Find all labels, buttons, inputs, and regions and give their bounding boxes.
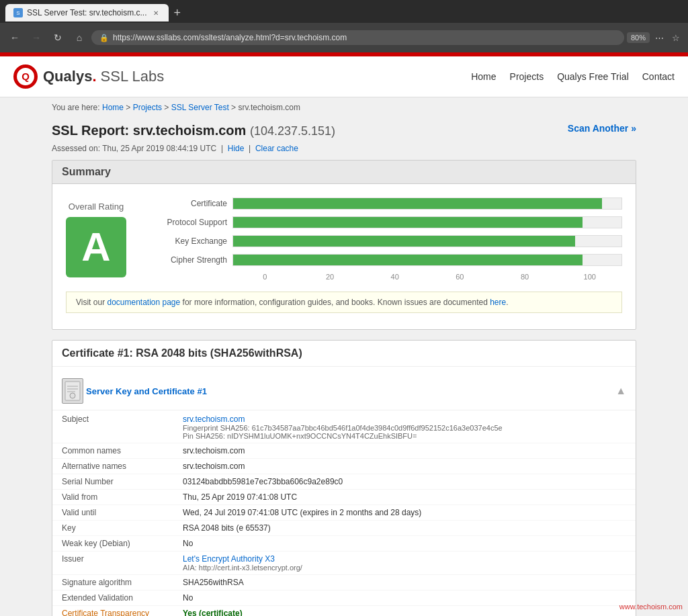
cert-table: Subject srv.techoism.com Fingerprint SHA… [52,412,636,616]
cert-label-sig-algo: Signature algorithm [52,575,173,590]
cert-row-valid-until: Valid until Wed, 24 Jul 2019 07:41:08 UT… [52,505,636,521]
overall-rating-label: Overall Rating [66,202,126,212]
nav-home[interactable]: Home [471,71,496,82]
navigation-bar: ← → ↻ ⌂ 🔒 https://www.ssllabs.com/ssltes… [0,23,688,52]
address-bar[interactable]: 🔒 https://www.ssllabs.com/ssltest/analyz… [91,30,624,45]
notice-text: Visit our [76,298,107,307]
logo-qualys: Qualys [43,68,92,85]
bookmark-button[interactable]: ☆ [669,30,683,46]
url-display: https://www.ssllabs.com/ssltest/analyze.… [113,33,616,42]
cert-header: Certificate #1: RSA 2048 bits (SHA256wit… [52,341,636,367]
scan-another-link[interactable]: Scan Another » [568,123,636,134]
cert-label-subject: Subject [52,412,173,443]
chart-bar-fill-key [233,236,575,247]
cert-row-key: Key RSA 2048 bits (e 65537) [52,521,636,536]
chart-bar-fill-cipher [233,255,583,265]
tab-close-button[interactable]: ✕ [151,8,161,17]
cert-label-valid-until: Valid until [52,505,173,521]
nav-contact[interactable]: Contact [642,71,675,82]
home-button[interactable]: ⌂ [70,28,89,47]
summary-body: Overall Rating A Certificate [52,184,636,329]
cert-icon [59,376,86,406]
axis-40: 40 [362,273,427,281]
summary-box: Summary Overall Rating A Certificate [52,160,636,330]
axis-0: 0 [232,273,298,281]
breadcrumb-ssl-server-test[interactable]: SSL Server Test [171,103,229,112]
axis-100: 100 [557,273,622,281]
cert-value-weak-key: No [173,536,636,552]
cert-body: Server Key and Certificate #1 ▲ Subject … [52,367,636,616]
cert-section-left: Server Key and Certificate #1 [59,376,207,406]
logo-text: Qualys. SSL Labs [43,68,164,85]
assessed-label: Assessed on: [52,144,100,153]
cert-label-cert-transparency: Certificate Transparency [52,606,173,617]
cert-value-valid-from: Thu, 25 Apr 2019 07:41:08 UTC [173,490,636,505]
chart-area: Certificate Protocol Support [153,197,622,281]
notice-doc-link[interactable]: documentation page [107,298,180,307]
back-button[interactable]: ← [5,28,24,47]
cert-value-valid-until: Wed, 24 Jul 2019 07:41:08 UTC (expires i… [173,505,636,521]
grade-box: A [66,217,126,277]
info-notice: Visit our documentation page for more in… [66,292,622,313]
zoom-level: 80% [627,32,650,43]
cert-row-weak-key: Weak key (Debian) No [52,536,636,552]
notice-here-link[interactable]: here [490,298,506,307]
cert-label-issuer: Issuer [52,552,173,575]
site-header: Q Qualys. SSL Labs Home Projects Qualys … [0,56,688,97]
cert-label-key: Key [52,521,173,536]
active-tab[interactable]: S SSL Server Test: srv.techoism.c... ✕ [5,4,169,21]
page-ip: (104.237.5.151) [250,124,335,138]
logo-area: Q Qualys. SSL Labs [13,64,164,89]
axis-80: 80 [492,273,558,281]
chart-axis: 0 20 40 60 80 100 [153,273,622,281]
breadcrumb-home[interactable]: Home [102,103,124,112]
cert-row-serial: Serial Number 03124babdbb5981e7ec73bba60… [52,474,636,490]
cert-icon-inner [62,378,83,404]
hide-link[interactable]: Hide [228,144,245,153]
menu-button[interactable]: ⋯ [652,30,666,46]
cert-label-serial: Serial Number [52,474,173,490]
chart-row-certificate: Certificate [153,197,622,210]
cert-row-common-names: Common names srv.techoism.com [52,443,636,459]
cert-section-header: Server Key and Certificate #1 ▲ [52,372,636,410]
forward-button[interactable]: → [27,28,46,47]
cert-label-common-names: Common names [52,443,173,459]
breadcrumb-current: srv.techoism.com [238,103,300,112]
tab-title: SSL Server Test: srv.techoism.c... [27,8,147,17]
cert-value-extended-validation: No [173,590,636,606]
grade-value: A [81,224,110,270]
summary-header: Summary [52,161,636,184]
chart-label-certificate: Certificate [153,199,227,208]
cert-row-issuer: Issuer Let's Encrypt Authority X3 AIA: h… [52,552,636,575]
breadcrumb-prefix: You are here: [52,103,100,112]
chart-row-cipher: Cipher Strength [153,254,622,266]
cert-value-issuer: Let's Encrypt Authority X3 AIA: http://c… [173,552,636,575]
notice-mid: for more information, configuration guid… [180,298,490,307]
chart-row-protocol: Protocol Support [153,216,622,228]
cert-value-subject: srv.techoism.com Fingerprint SHA256: 61c… [173,412,636,443]
refresh-button[interactable]: ↻ [48,28,67,47]
tab-favicon: S [13,8,23,17]
svg-text:Q: Q [22,71,30,82]
clear-cache-link[interactable]: Clear cache [255,144,298,153]
watermark: www.techoism.com [619,603,683,611]
cert-row-subject: Subject srv.techoism.com Fingerprint SHA… [52,412,636,443]
svg-point-8 [70,393,75,398]
nav-projects[interactable]: Projects [510,71,544,82]
cert-section-title[interactable]: Server Key and Certificate #1 [86,386,207,396]
axis-60: 60 [427,273,492,281]
axis-20: 20 [298,273,363,281]
qualys-logo-q: Q [13,64,38,89]
logo-ssllabs: SSL Labs [97,68,165,85]
notice-end: . [506,298,508,307]
cert-expand-icon[interactable]: ▲ [615,385,626,397]
cert-value-common-names: srv.techoism.com [173,443,636,459]
certificate-box: Certificate #1: RSA 2048 bits (SHA256wit… [52,340,636,616]
page-title-area: SSL Report: srv.techoism.com (104.237.5.… [42,118,646,142]
new-tab-button[interactable]: + [169,6,187,20]
chart-bar-bg-certificate [232,197,622,210]
cert-value-cert-transparency: Yes (certificate) [173,606,636,617]
nav-qualys-free-trial[interactable]: Qualys Free Trial [557,71,629,82]
breadcrumb-projects[interactable]: Projects [133,103,162,112]
chart-bar-fill-protocol [233,217,583,228]
